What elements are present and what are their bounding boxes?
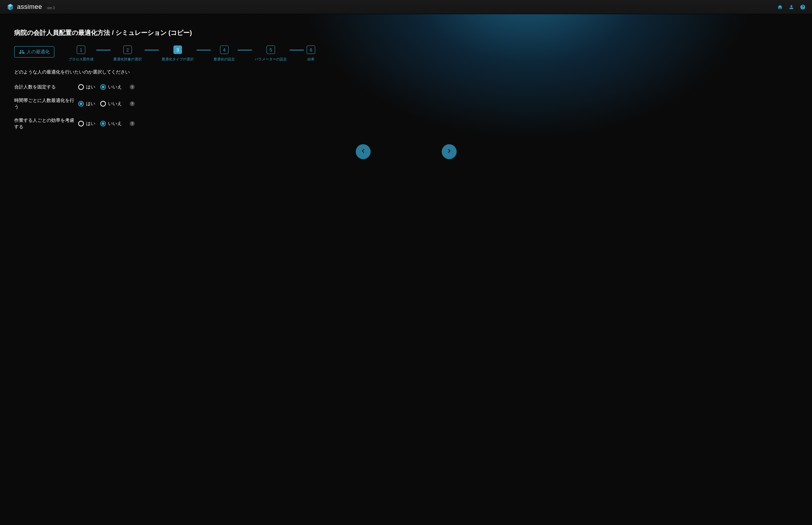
home-icon[interactable]	[777, 4, 783, 10]
step-connector	[238, 50, 252, 50]
step-4-label: 最適化の設定	[214, 57, 235, 62]
radio-circle-icon	[78, 101, 84, 107]
help-tooltip-icon[interactable]: ?	[130, 101, 135, 106]
radio-yes[interactable]: はい	[78, 101, 95, 107]
header-right	[777, 4, 806, 10]
main-content: 病院の会計人員配置の最適化方法 / シミュレーション (コピー) 人の最適化 1…	[0, 14, 812, 525]
radio-group-fixed-total: はい いいえ ?	[78, 84, 135, 90]
next-button[interactable]	[442, 144, 457, 159]
page-title: 病院の会計人員配置の最適化方法 / シミュレーション (コピー)	[14, 28, 798, 37]
radio-circle-icon	[100, 84, 106, 90]
step-5: 5 パラメーターの設定	[255, 45, 287, 62]
step-6: 6 結果	[307, 45, 315, 62]
step-2-label: 最適化対象の選択	[113, 57, 142, 62]
option-label: 作業する人ごとの効率を考慮する	[14, 117, 78, 130]
app-logo[interactable]: assimee	[6, 3, 42, 11]
step-4: 4 最適化の設定	[214, 45, 235, 62]
option-row-fixed-total: 合計人数を固定する はい いいえ ?	[14, 84, 798, 90]
step-6-box[interactable]: 6	[307, 45, 315, 54]
radio-yes-label: はい	[86, 101, 95, 107]
step-connector	[197, 50, 211, 50]
step-3: 3 最適化タイプの選択	[162, 45, 194, 62]
step-2-box[interactable]: 2	[123, 45, 132, 54]
optimization-type-badge[interactable]: 人の最適化	[14, 46, 54, 58]
step-3-box[interactable]: 3	[173, 45, 182, 54]
radio-group-efficiency: はい いいえ ?	[78, 120, 135, 127]
user-icon[interactable]	[789, 4, 794, 10]
app-name: assimee	[17, 3, 42, 11]
instruction-text: どのような人の最適化を行いたいのか選択してください	[14, 69, 798, 75]
radio-circle-icon	[100, 121, 106, 126]
app-header: assimee ver.3	[0, 0, 812, 14]
step-5-label: パラメーターの設定	[255, 57, 287, 62]
prev-button[interactable]	[356, 144, 371, 159]
step-3-label: 最適化タイプの選択	[162, 57, 194, 62]
type-badge-label: 人の最適化	[27, 49, 50, 55]
people-icon	[19, 49, 25, 55]
radio-no[interactable]: いいえ	[100, 120, 122, 127]
help-icon[interactable]	[800, 4, 806, 10]
step-connector	[290, 50, 304, 50]
step-4-box[interactable]: 4	[220, 45, 228, 54]
radio-yes[interactable]: はい	[78, 84, 95, 90]
radio-circle-icon	[100, 101, 106, 107]
radio-yes-label: はい	[86, 84, 95, 90]
stepper-row: 人の最適化 1 プロセス図作成 2 最適化対象の選択 3 最適化タイプの選択 4…	[14, 45, 798, 62]
header-left: assimee ver.3	[6, 3, 55, 11]
version-label: ver.3	[47, 6, 55, 10]
step-5-box[interactable]: 5	[267, 45, 275, 54]
step-connector	[96, 50, 111, 50]
radio-no-label: いいえ	[108, 84, 122, 90]
radio-circle-icon	[78, 84, 84, 90]
radio-no-label: いいえ	[108, 101, 122, 107]
help-tooltip-icon[interactable]: ?	[130, 85, 135, 90]
step-2: 2 最適化対象の選択	[113, 45, 142, 62]
radio-no[interactable]: いいえ	[100, 84, 122, 90]
nav-buttons	[14, 144, 798, 159]
step-connector	[145, 50, 159, 50]
option-row-timeslot: 時間帯ごとに人数最適化を行う はい いいえ ?	[14, 97, 798, 110]
step-1-box[interactable]: 1	[77, 45, 85, 54]
help-tooltip-icon[interactable]: ?	[130, 121, 135, 126]
chevron-right-icon	[445, 147, 453, 156]
radio-circle-icon	[78, 121, 84, 126]
option-label: 合計人数を固定する	[14, 84, 78, 90]
step-1-label: プロセス図作成	[69, 57, 93, 62]
step-6-label: 結果	[307, 57, 314, 62]
chevron-left-icon	[359, 147, 367, 156]
radio-yes[interactable]: はい	[78, 120, 95, 127]
radio-no[interactable]: いいえ	[100, 101, 122, 107]
radio-group-timeslot: はい いいえ ?	[78, 101, 135, 107]
option-label: 時間帯ごとに人数最適化を行う	[14, 97, 78, 110]
radio-no-label: いいえ	[108, 120, 122, 127]
step-1: 1 プロセス図作成	[69, 45, 93, 62]
option-row-efficiency: 作業する人ごとの効率を考慮する はい いいえ ?	[14, 117, 798, 130]
logo-cube-icon	[6, 3, 14, 11]
progress-stepper: 1 プロセス図作成 2 最適化対象の選択 3 最適化タイプの選択 4 最適化の設…	[69, 45, 315, 62]
radio-yes-label: はい	[86, 120, 95, 127]
